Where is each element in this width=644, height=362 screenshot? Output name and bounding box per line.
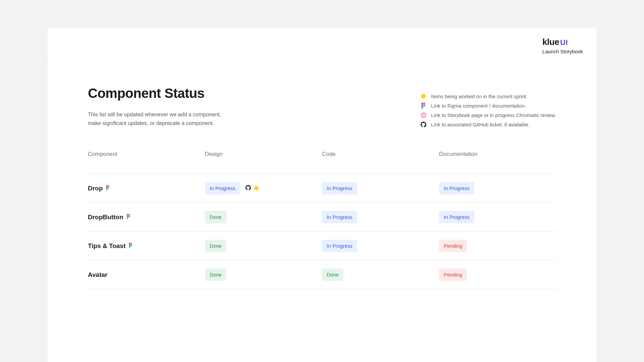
design-cell: Done — [205, 240, 322, 252]
header-right: klue UI Launch Storybook — [542, 37, 583, 54]
status-badge: Pending — [439, 268, 467, 281]
svg-point-8 — [108, 187, 109, 188]
documentation-cell: In Progress — [439, 182, 556, 194]
storybook-icon — [420, 112, 426, 118]
col-header-code: Code — [322, 151, 439, 158]
page-container: klue UI Launch Storybook Component Statu… — [48, 27, 596, 362]
page-title: Component Status — [88, 86, 232, 101]
component-cell: Tips & Toast — [88, 242, 205, 250]
github-icon — [420, 121, 426, 127]
figma-icon[interactable] — [129, 243, 132, 249]
status-badge: In Progress — [322, 182, 357, 194]
component-name: Drop — [88, 185, 103, 192]
status-badge: In Progress — [322, 211, 357, 223]
svg-point-5 — [106, 185, 108, 187]
github-icon[interactable] — [246, 185, 251, 192]
svg-point-2 — [421, 105, 423, 107]
code-cell: Done — [322, 268, 439, 281]
figma-icon[interactable] — [127, 214, 130, 220]
svg-point-18 — [130, 244, 132, 246]
component-name: Avatar — [88, 271, 107, 279]
svg-point-11 — [128, 214, 130, 216]
documentation-cell: Pending — [439, 268, 556, 281]
col-header-component: Component — [88, 151, 205, 158]
logo-primary: klue — [542, 37, 559, 47]
component-name: DropButton — [88, 214, 123, 221]
table-row: Tips & ToastDoneIn ProgressPending — [88, 232, 556, 260]
figma-icon[interactable] — [106, 185, 109, 191]
svg-point-16 — [130, 243, 132, 244]
code-cell: In Progress — [322, 182, 439, 194]
table-row: DropIn ProgressIn ProgressIn Progress — [88, 174, 556, 203]
svg-point-0 — [421, 103, 423, 105]
logo-secondary: UI — [560, 38, 568, 47]
svg-point-13 — [128, 216, 130, 217]
legend-item-sprint: Items being worked on in the current spr… — [420, 93, 556, 99]
svg-point-1 — [423, 103, 425, 105]
table-row: AvatarDoneDonePending — [88, 260, 556, 289]
svg-point-4 — [421, 107, 423, 109]
documentation-cell: In Progress — [439, 211, 556, 223]
legend-text: Link to Storybook page or in progress Ch… — [431, 112, 556, 118]
sprint-dot-icon — [420, 93, 426, 99]
status-badge: In Progress — [439, 182, 474, 194]
svg-point-17 — [129, 244, 130, 246]
svg-point-15 — [129, 243, 130, 244]
top-section: Component Status This list will be updat… — [88, 86, 556, 127]
status-badge: In Progress — [322, 240, 357, 252]
svg-point-12 — [127, 216, 128, 217]
status-badge: Done — [205, 240, 226, 252]
table-body: DropIn ProgressIn ProgressIn ProgressDro… — [88, 174, 556, 289]
code-cell: In Progress — [322, 211, 439, 223]
component-cell: Drop — [88, 185, 205, 192]
status-badge: Done — [322, 268, 343, 281]
svg-point-14 — [127, 217, 128, 219]
svg-point-10 — [127, 214, 128, 216]
svg-point-3 — [423, 105, 425, 107]
design-cell: Done — [205, 268, 322, 281]
legend-item-figma: Link to Figma component / documentation. — [420, 103, 556, 109]
content: Component Status This list will be updat… — [48, 64, 596, 289]
col-header-documentation: Documentation — [439, 151, 556, 158]
sprint-dot-icon — [254, 186, 259, 190]
title-column: Component Status This list will be updat… — [88, 86, 232, 127]
status-table: Component Design Code Documentation Drop… — [88, 151, 556, 289]
svg-point-9 — [106, 188, 108, 190]
legend-item-storybook: Link to Storybook page or in progress Ch… — [420, 112, 556, 118]
status-badge: In Progress — [439, 211, 474, 223]
launch-storybook-link[interactable]: Launch Storybook — [542, 49, 583, 54]
design-cell: In Progress — [205, 182, 322, 194]
page-subtitle: This list will be updated whenever we ad… — [88, 110, 232, 127]
legend-text: Link to Figma component / documentation. — [431, 103, 526, 109]
component-name: Tips & Toast — [88, 242, 125, 250]
table-header: Component Design Code Documentation — [88, 151, 556, 174]
figma-icon — [420, 103, 426, 109]
svg-point-7 — [106, 187, 108, 188]
logo: klue UI — [542, 37, 583, 47]
table-row: DropButtonDoneIn ProgressIn Progress — [88, 203, 556, 232]
component-cell: Avatar — [88, 271, 205, 279]
status-badge: Pending — [439, 240, 467, 252]
svg-point-6 — [108, 185, 109, 187]
row-icons — [246, 185, 259, 192]
legend-text: Link to associated GitHub ticket, if ava… — [431, 122, 529, 127]
design-cell: Done — [205, 211, 322, 223]
legend-item-github: Link to associated GitHub ticket, if ava… — [420, 121, 556, 127]
code-cell: In Progress — [322, 240, 439, 252]
header: klue UI Launch Storybook — [48, 27, 596, 64]
status-badge: Done — [205, 268, 226, 281]
status-badge: In Progress — [205, 182, 240, 194]
svg-point-19 — [129, 246, 130, 248]
status-badge: Done — [205, 211, 226, 223]
col-header-design: Design — [205, 151, 322, 158]
documentation-cell: Pending — [439, 240, 556, 252]
component-cell: DropButton — [88, 214, 205, 221]
legend: Items being worked on in the current spr… — [420, 86, 556, 127]
legend-text: Items being worked on in the current spr… — [431, 94, 528, 99]
